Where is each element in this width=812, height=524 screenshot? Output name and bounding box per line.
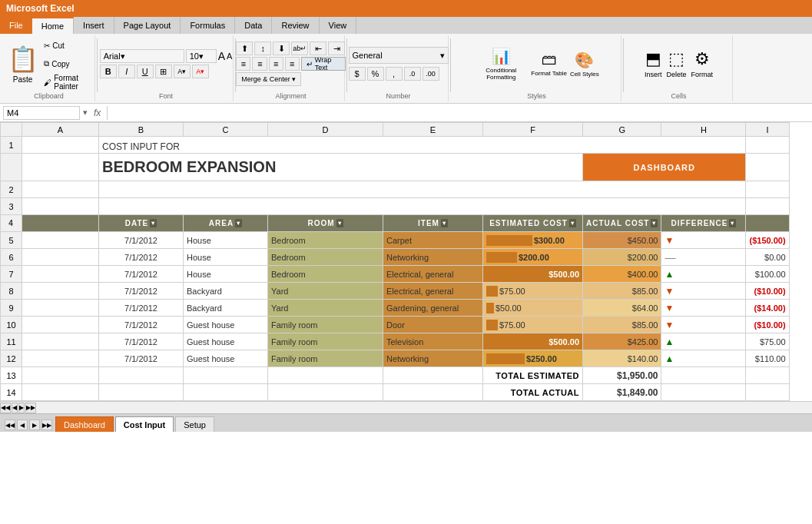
- cell-diff-6[interactable]: $0.00: [746, 249, 789, 266]
- cell-total-est-value[interactable]: $1,950.00: [583, 367, 661, 384]
- sheet-tab-nav-next[interactable]: ▶: [29, 420, 40, 430]
- cell-date-10[interactable]: 7/1/2012: [99, 317, 184, 333]
- cell-a13[interactable]: [22, 367, 99, 384]
- room-dropdown-arrow[interactable]: ▾: [336, 219, 343, 227]
- currency-button[interactable]: $: [349, 67, 366, 81]
- number-format-dropdown[interactable]: General ▾: [349, 47, 449, 64]
- tab-review[interactable]: Review: [272, 17, 319, 34]
- align-bottom-button[interactable]: ⬇: [273, 41, 290, 55]
- sheet-nav-last[interactable]: ▶▶: [25, 403, 36, 413]
- cell-a9[interactable]: [22, 300, 99, 317]
- tab-page-layout[interactable]: Page Layout: [114, 17, 181, 34]
- cell-total-actual-label[interactable]: TOTAL ACTUAL: [483, 384, 583, 401]
- cell-area-9[interactable]: Backyard: [184, 300, 268, 317]
- formula-input[interactable]: [107, 106, 809, 120]
- cell-actual-11[interactable]: $425.00: [583, 333, 661, 350]
- font-size-box[interactable]: 10▾: [186, 49, 217, 63]
- cell-a11[interactable]: [22, 333, 99, 350]
- cell-est-10[interactable]: $75.00: [483, 317, 583, 333]
- comma-button[interactable]: ,: [386, 67, 403, 81]
- sheet-tab-dashboard[interactable]: Dashboard: [55, 416, 114, 432]
- decrease-decimal-button[interactable]: .00: [423, 67, 439, 81]
- text-direction-button[interactable]: ab↵: [291, 41, 308, 55]
- increase-decimal-button[interactable]: .0: [404, 67, 421, 81]
- border-button[interactable]: ⊞: [155, 65, 172, 78]
- tab-home[interactable]: Home: [32, 17, 74, 34]
- cell-est-12[interactable]: $250.00: [483, 350, 583, 367]
- cell-a6[interactable]: [22, 249, 99, 266]
- font-color-button[interactable]: A▾: [192, 65, 209, 78]
- align-right-button[interactable]: ≡: [269, 57, 283, 71]
- cell-i1[interactable]: [746, 137, 789, 154]
- cell-area-7[interactable]: House: [184, 266, 268, 283]
- cell-diff-11[interactable]: $75.00: [746, 333, 789, 350]
- cell-title-large[interactable]: BEDROOM EXPANSION: [99, 154, 583, 181]
- cell-a3[interactable]: [22, 198, 99, 215]
- col-header-c[interactable]: C: [184, 123, 268, 137]
- cell-a4[interactable]: [22, 215, 99, 232]
- cell-item-11[interactable]: Television: [383, 333, 483, 350]
- font-grow-icon[interactable]: A: [218, 50, 225, 62]
- sheet-tab-cost-input[interactable]: Cost Input: [115, 416, 174, 432]
- format-painter-button[interactable]: 🖌 Format Painter: [41, 74, 90, 91]
- date-header-dropdown[interactable]: DATE ▾: [125, 219, 157, 227]
- cell-room-12[interactable]: Family room: [268, 350, 383, 367]
- cell-diff-7[interactable]: $100.00: [746, 266, 789, 283]
- cell-b14[interactable]: [99, 384, 184, 401]
- conditional-formatting-btn[interactable]: 📊 Conditional Formatting: [474, 47, 528, 81]
- cell-item-7[interactable]: Electrical, general: [383, 266, 483, 283]
- bold-button[interactable]: B: [100, 65, 117, 78]
- header-room[interactable]: ROOM ▾: [268, 215, 383, 232]
- diff-header-dropdown[interactable]: DIFFERENCE ▾: [671, 219, 737, 227]
- cell-i1b[interactable]: [746, 154, 789, 181]
- cell-date-5[interactable]: 7/1/2012: [99, 232, 184, 249]
- cell-c13[interactable]: [184, 367, 268, 384]
- cell-area-11[interactable]: Guest house: [184, 333, 268, 350]
- cell-diff-10[interactable]: ($10.00): [746, 317, 789, 333]
- item-header-dropdown[interactable]: ITEM ▾: [418, 219, 448, 227]
- cell-diff-5[interactable]: ($150.00): [746, 232, 789, 249]
- font-shrink-icon[interactable]: A: [227, 51, 232, 61]
- expand-arrow[interactable]: ▾: [83, 108, 88, 118]
- copy-button[interactable]: ⧉ Copy: [41, 55, 90, 72]
- cell-actual-5[interactable]: $450.00: [583, 232, 661, 249]
- col-header-g[interactable]: G: [583, 123, 661, 137]
- paste-button[interactable]: 📋 Paste: [8, 40, 38, 88]
- cell-room-5[interactable]: Bedroom: [268, 232, 383, 249]
- cell-diff-9[interactable]: ($14.00): [746, 300, 789, 317]
- sheet-tab-nav-last[interactable]: ▶▶: [41, 420, 52, 430]
- cell-date-11[interactable]: 7/1/2012: [99, 333, 184, 350]
- cell-title-1[interactable]: COST INPUT FOR: [99, 137, 746, 154]
- estimated-header-dropdown[interactable]: ESTIMATED COST ▾: [489, 219, 576, 227]
- align-justify-button[interactable]: ≡: [285, 57, 300, 71]
- insert-btn[interactable]: ⬒ Insert: [645, 49, 662, 78]
- estimated-dropdown-arrow[interactable]: ▾: [569, 219, 576, 227]
- cell-est-7[interactable]: $500.00: [483, 266, 583, 283]
- sheet-nav-next[interactable]: ▶: [18, 403, 25, 413]
- cell-d13[interactable]: [268, 367, 383, 384]
- cell-date-6[interactable]: 7/1/2012: [99, 249, 184, 266]
- wrap-text-button[interactable]: ↵ Wrap Text: [301, 57, 346, 71]
- cell-item-10[interactable]: Door: [383, 317, 483, 333]
- date-dropdown-arrow[interactable]: ▾: [150, 219, 157, 227]
- cell-est-5[interactable]: $300.00: [483, 232, 583, 249]
- col-header-b[interactable]: B: [99, 123, 184, 137]
- tab-file[interactable]: File: [0, 17, 32, 34]
- header-date[interactable]: DATE ▾: [99, 215, 184, 232]
- align-top-button[interactable]: ⬆: [236, 41, 253, 55]
- sheet-tab-setup[interactable]: Setup: [175, 416, 214, 432]
- col-header-a[interactable]: A: [22, 123, 99, 137]
- cell-a1[interactable]: [22, 137, 99, 154]
- col-header-i[interactable]: I: [746, 123, 789, 137]
- format-btn[interactable]: ⚙ Format: [691, 49, 714, 78]
- header-diff[interactable]: DIFFERENCE ▾: [661, 215, 746, 232]
- cell-h13[interactable]: [661, 367, 746, 384]
- cell-dashboard[interactable]: DASHBOARD: [583, 154, 746, 181]
- room-header-dropdown[interactable]: ROOM ▾: [307, 219, 343, 227]
- cell-actual-9[interactable]: $64.00: [583, 300, 661, 317]
- cell-a14[interactable]: [22, 384, 99, 401]
- cell-a10[interactable]: [22, 317, 99, 333]
- cut-button[interactable]: ✂ Cut: [41, 37, 90, 54]
- cell-item-5[interactable]: Carpet: [383, 232, 483, 249]
- cell-b2[interactable]: [99, 181, 746, 198]
